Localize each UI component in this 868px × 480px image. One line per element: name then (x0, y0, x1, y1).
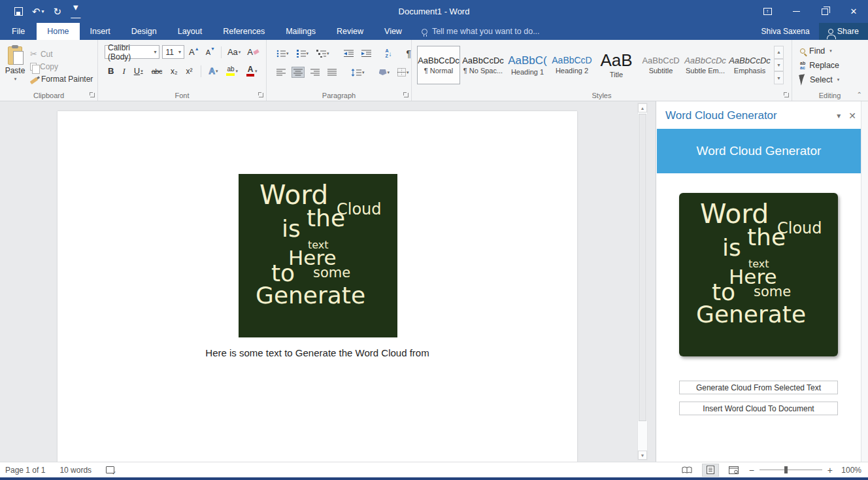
find-button[interactable]: Find▾ (800, 44, 867, 58)
grow-font-button[interactable]: A▲ (187, 46, 201, 58)
proofing-icon[interactable] (106, 466, 114, 473)
tab-view[interactable]: View (374, 23, 412, 40)
style-heading-1[interactable]: AaBbC(Heading 1 (506, 46, 549, 84)
justify-button[interactable] (326, 67, 339, 78)
cut-button[interactable]: ✂Cut (30, 49, 93, 59)
line-spacing-button[interactable]: ▾ (349, 67, 367, 78)
status-bar: Page 1 of 1 10 words − + 100% (0, 462, 868, 477)
document-page[interactable]: WordCloudtheistextHeretosomeGenerate Her… (58, 111, 577, 462)
zoom-out-icon[interactable]: − (749, 465, 754, 475)
word-count[interactable]: 10 words (59, 466, 92, 475)
minimize-icon[interactable] (782, 0, 810, 23)
style-title[interactable]: AaBTitle (595, 46, 638, 84)
zoom-percentage[interactable]: 100% (839, 466, 861, 475)
underline-button[interactable]: U▾ (132, 65, 145, 77)
scrollbar-thumb[interactable] (639, 114, 646, 421)
restore-icon[interactable] (810, 0, 839, 23)
insert-cloud-button[interactable]: Insert Word Cloud To Document (679, 402, 838, 415)
format-painter-button[interactable]: Format Painter (30, 74, 93, 84)
generate-cloud-button[interactable]: Generate Cloud From Selected Text (679, 381, 838, 394)
style-name: Emphasis (734, 67, 765, 75)
subscript-button[interactable]: x₂ (169, 66, 180, 77)
page-indicator[interactable]: Page 1 of 1 (5, 466, 45, 475)
paragraph-group: ▾ ▾ ▾ AZ↓ ¶ (267, 40, 412, 101)
multilevel-list-button[interactable]: ▾ (314, 48, 331, 60)
word-cloud-preview[interactable]: WordCloudtheistextHeretosomeGenerate (679, 193, 838, 356)
increase-indent-button[interactable] (359, 48, 373, 60)
shrink-font-button[interactable]: A▼ (204, 48, 217, 57)
clear-formatting-button[interactable]: A (245, 46, 261, 58)
tab-file[interactable]: File (0, 23, 37, 40)
replace-label: Replace (809, 61, 839, 70)
bold-button[interactable]: B (106, 65, 116, 77)
style-normal[interactable]: AaBbCcDc¶ Normal (417, 46, 460, 84)
document-area: WordCloudtheistextHeretosomeGenerate Her… (0, 101, 656, 462)
pane-scroll-strip[interactable] (861, 101, 868, 462)
decrease-indent-button[interactable] (342, 48, 356, 60)
bullets-button[interactable]: ▾ (275, 48, 291, 60)
scroll-up-icon[interactable]: ▲ (638, 103, 647, 112)
superscript-button[interactable]: x² (184, 66, 195, 77)
align-right-button[interactable] (309, 67, 322, 78)
styles-group: AaBbCcDc¶ NormalAaBbCcDc¶ No Spac...AaBb… (412, 40, 792, 101)
strikethrough-button[interactable]: abc (150, 67, 164, 76)
tell-me-box[interactable]: Tell me what you want to do... (422, 23, 540, 40)
paste-dropdown-icon[interactable]: ▾ (14, 77, 17, 82)
paragraph-dialog-launcher-icon[interactable] (404, 93, 409, 97)
tab-home[interactable]: Home (37, 23, 79, 40)
document-scrollbar[interactable]: ▲ ▼ (637, 103, 648, 460)
style-subtitle[interactable]: AaBbCcDSubtitle (639, 46, 682, 84)
share-button[interactable]: Share (819, 23, 868, 40)
pane-options-chevron-icon[interactable]: ▾ (837, 111, 841, 120)
clipboard-dialog-launcher-icon[interactable] (90, 93, 95, 97)
style-no-spac[interactable]: AaBbCcDc¶ No Spac... (461, 46, 505, 84)
ribbon-display-options-icon[interactable]: ↑ (753, 0, 782, 23)
web-layout-button[interactable] (726, 464, 743, 477)
close-icon[interactable]: ✕ (839, 0, 868, 23)
styles-scroll-up-icon[interactable]: ▲ (774, 46, 784, 59)
read-mode-button[interactable] (678, 464, 695, 477)
zoom-slider-handle[interactable] (784, 466, 788, 473)
shading-button[interactable]: ▾ (377, 67, 392, 77)
change-case-button[interactable]: Aa▾ (225, 46, 242, 58)
zoom-slider[interactable] (760, 470, 822, 470)
style-emphasis[interactable]: AaBbCcDcEmphasis (728, 46, 771, 84)
align-left-button[interactable] (275, 67, 288, 78)
print-layout-button[interactable] (702, 464, 719, 477)
zoom-in-icon[interactable]: + (827, 465, 833, 475)
tab-review[interactable]: Review (326, 23, 374, 40)
style-heading-2[interactable]: AaBbCcDHeading 2 (550, 46, 593, 84)
font-size-select[interactable]: 11▾ (162, 45, 184, 59)
tab-layout[interactable]: Layout (167, 23, 213, 40)
line-spacing-icon (351, 69, 361, 77)
borders-button[interactable]: ▾ (395, 66, 411, 78)
tab-insert[interactable]: Insert (80, 23, 121, 40)
document-text[interactable]: Here is some text to Generate the Word C… (58, 347, 577, 358)
styles-more-icon[interactable]: ▼ (774, 71, 784, 84)
text-effects-button[interactable]: A▾ (207, 65, 220, 77)
styles-scroll-down-icon[interactable]: ▼ (774, 59, 784, 72)
copy-button[interactable]: Copy (30, 61, 93, 71)
replace-button[interactable]: abacReplace (800, 58, 867, 73)
tab-design[interactable]: Design (121, 23, 167, 40)
align-center-icon (293, 69, 303, 76)
style-subtle-em[interactable]: AaBbCcDcSubtle Em... (684, 46, 727, 84)
select-button[interactable]: Select▾ (800, 73, 867, 87)
align-center-button[interactable] (292, 67, 305, 78)
pane-close-icon[interactable]: ✕ (848, 111, 856, 121)
font-color-button[interactable]: A▾ (244, 65, 259, 77)
word-cloud-image[interactable]: WordCloudtheistextHeretosomeGenerate (239, 174, 397, 337)
font-name-select[interactable]: Calibri (Body)▾ (105, 45, 159, 59)
sort-button[interactable]: AZ↓ (384, 46, 394, 60)
numbering-button[interactable]: ▾ (295, 48, 311, 60)
font-dialog-launcher-icon[interactable] (259, 93, 263, 97)
collapse-ribbon-icon[interactable]: ⌃ (857, 91, 862, 98)
scroll-down-icon[interactable]: ▼ (638, 451, 647, 460)
style-preview: AaBbCcDc (729, 56, 771, 65)
italic-button[interactable]: I (120, 65, 127, 77)
tab-references[interactable]: References (212, 23, 275, 40)
signed-in-user[interactable]: Shiva Saxena (761, 23, 810, 40)
tab-mailings[interactable]: Mailings (275, 23, 326, 40)
text-highlight-button[interactable]: ab▾ (224, 65, 240, 77)
styles-dialog-launcher-icon[interactable] (784, 93, 789, 97)
